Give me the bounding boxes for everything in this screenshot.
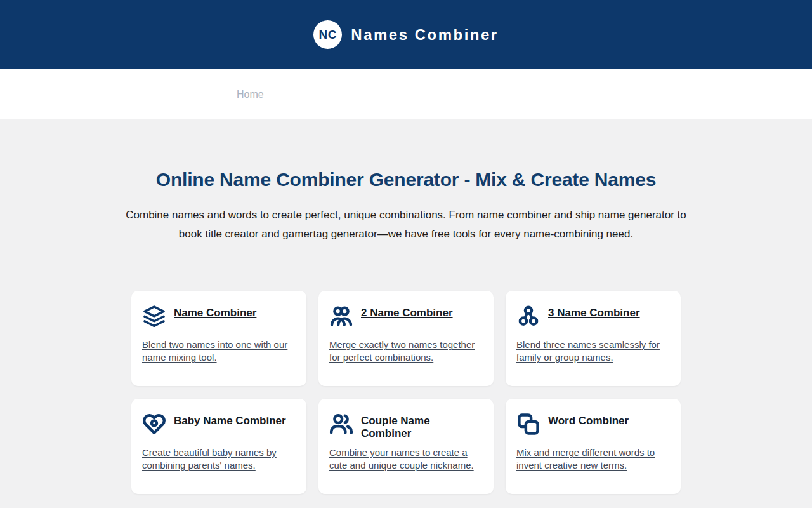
card-description-link[interactable]: Combine your names to create a cute and … — [329, 447, 474, 471]
heart-dot-icon — [142, 411, 166, 437]
card-description-link[interactable]: Mix and merge different words to invent … — [516, 447, 655, 471]
hero-section: Online Name Combiner Generator - Mix & C… — [0, 168, 812, 244]
tool-card-word-combiner[interactable]: Word Combiner Mix and merge different wo… — [506, 399, 681, 494]
card-head: Couple Name Combiner — [329, 411, 482, 446]
page-title: Online Name Combiner Generator - Mix & C… — [0, 168, 812, 192]
card-head: Baby Name Combiner — [142, 411, 295, 446]
card-head: Word Combiner — [516, 411, 669, 446]
overlapping-squares-icon — [516, 411, 540, 437]
card-description-link[interactable]: Blend two names into one with our name m… — [142, 339, 287, 363]
card-title-link[interactable]: Name Combiner — [174, 307, 256, 319]
tool-card-couple-name-combiner[interactable]: Couple Name Combiner Combine your names … — [318, 399, 494, 494]
card-description-link[interactable]: Create beautiful baby names by combining… — [142, 447, 277, 471]
card-title-link[interactable]: 3 Name Combiner — [548, 307, 640, 319]
nav-item-home[interactable]: Home — [237, 89, 264, 100]
site-header: NC Names Combiner — [0, 0, 812, 69]
brand-logo-icon: NC — [313, 20, 342, 49]
card-title-link[interactable]: Couple Name Combiner — [361, 415, 482, 440]
two-people-icon — [329, 304, 353, 329]
card-head: 3 Name Combiner — [516, 304, 669, 338]
page-subtitle: Combine names and words to create perfec… — [114, 206, 698, 244]
brand-logo-initials: NC — [319, 28, 337, 42]
couple-icon — [329, 411, 353, 437]
brand-name: Names Combiner — [351, 26, 498, 44]
tool-card-name-combiner[interactable]: Name Combiner Blend two names into one w… — [131, 291, 306, 386]
tool-card-2-name-combiner[interactable]: 2 Name Combiner Merge exactly two names … — [318, 291, 494, 386]
main-nav: Home — [0, 69, 812, 119]
tool-card-baby-name-combiner[interactable]: Baby Name Combiner Create beautiful baby… — [131, 399, 306, 494]
card-description-link[interactable]: Blend three names seamlessly for family … — [516, 339, 660, 363]
brand[interactable]: NC Names Combiner — [313, 20, 498, 49]
card-head: 2 Name Combiner — [329, 304, 482, 338]
card-description-link[interactable]: Merge exactly two names together for per… — [329, 339, 475, 363]
card-title-link[interactable]: 2 Name Combiner — [361, 307, 453, 319]
card-title-link[interactable]: Word Combiner — [548, 415, 629, 427]
layers-icon — [142, 304, 166, 329]
tools-grid: Name Combiner Blend two names into one w… — [131, 291, 681, 494]
card-title-link[interactable]: Baby Name Combiner — [174, 415, 286, 427]
three-nodes-icon — [516, 304, 540, 329]
main-content: Online Name Combiner Generator - Mix & C… — [0, 168, 812, 494]
card-head: Name Combiner — [142, 304, 295, 338]
tool-card-3-name-combiner[interactable]: 3 Name Combiner Blend three names seamle… — [506, 291, 681, 386]
